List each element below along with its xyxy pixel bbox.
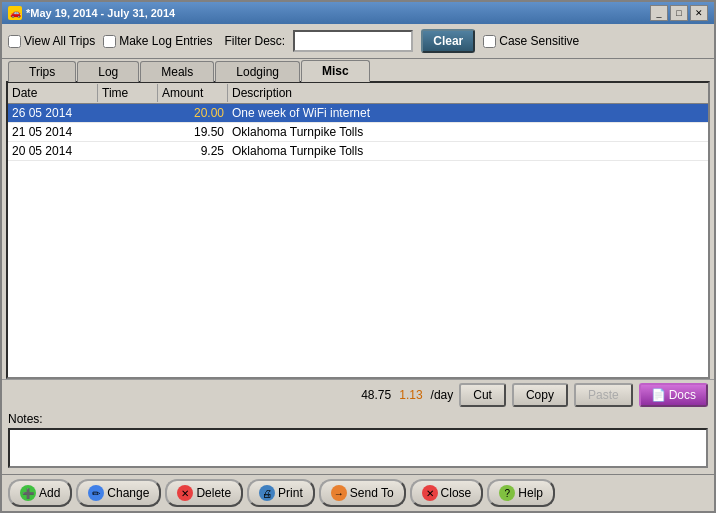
row-amount: 9.25 <box>158 142 228 160</box>
main-content: Date Time Amount Description 26 05 2014 … <box>6 81 710 379</box>
row-description: One week of WiFi internet <box>228 104 708 122</box>
change-label: Change <box>107 486 149 500</box>
table-row[interactable]: 20 05 2014 9.25 Oklahoma Turnpike Tolls <box>8 142 708 161</box>
footer-bar: 48.75 1.13 /day Cut Copy Paste 📄 Docs <box>2 379 714 410</box>
table-header: Date Time Amount Description <box>8 83 708 104</box>
row-description: Oklahoma Turnpike Tolls <box>228 123 708 141</box>
delete-icon: ✕ <box>177 485 193 501</box>
tab-meals[interactable]: Meals <box>140 61 214 82</box>
print-label: Print <box>278 486 303 500</box>
title-bar: 🚗 *May 19, 2014 - July 31, 2014 _ □ ✕ <box>2 2 714 24</box>
docs-button[interactable]: 📄 Docs <box>639 383 708 407</box>
row-description: Oklahoma Turnpike Tolls <box>228 142 708 160</box>
view-all-trips-checkbox-label[interactable]: View All Trips <box>8 34 95 48</box>
filter-desc-label: Filter Desc: <box>225 34 286 48</box>
view-all-trips-checkbox[interactable] <box>8 35 21 48</box>
table-row[interactable]: 26 05 2014 20.00 One week of WiFi intern… <box>8 104 708 123</box>
col-header-amount: Amount <box>158 84 228 102</box>
help-icon: ? <box>499 485 515 501</box>
add-icon: ➕ <box>20 485 36 501</box>
close-bottom-button[interactable]: ✕ Close <box>410 479 484 507</box>
filter-input[interactable] <box>293 30 413 52</box>
notes-section: Notes: <box>2 410 714 474</box>
sendto-icon: → <box>331 485 347 501</box>
col-header-date: Date <box>8 84 98 102</box>
main-window: 🚗 *May 19, 2014 - July 31, 2014 _ □ ✕ Vi… <box>0 0 716 513</box>
print-icon: 🖨 <box>259 485 275 501</box>
row-amount: 19.50 <box>158 123 228 141</box>
copy-button[interactable]: Copy <box>512 383 568 407</box>
tabs-container: Trips Log Meals Lodging Misc <box>2 59 714 81</box>
notes-textarea[interactable] <box>8 428 708 468</box>
row-time <box>98 123 158 141</box>
cut-button[interactable]: Cut <box>459 383 506 407</box>
tab-trips[interactable]: Trips <box>8 61 76 82</box>
maximize-button[interactable]: □ <box>670 5 688 21</box>
day-label: /day <box>431 388 454 402</box>
row-time <box>98 104 158 122</box>
close-icon: ✕ <box>422 485 438 501</box>
sendto-label: Send To <box>350 486 394 500</box>
sendto-button[interactable]: → Send To <box>319 479 406 507</box>
toolbar: View All Trips Make Log Entries Filter D… <box>2 24 714 59</box>
close-button[interactable]: ✕ <box>690 5 708 21</box>
paste-button[interactable]: Paste <box>574 383 633 407</box>
footer-total: 48.75 1.13 /day <box>361 388 453 402</box>
tab-misc[interactable]: Misc <box>301 60 370 82</box>
help-button[interactable]: ? Help <box>487 479 555 507</box>
add-button[interactable]: ➕ Add <box>8 479 72 507</box>
tab-log[interactable]: Log <box>77 61 139 82</box>
change-button[interactable]: ✏ Change <box>76 479 161 507</box>
docs-icon: 📄 <box>651 388 666 402</box>
change-icon: ✏ <box>88 485 104 501</box>
add-label: Add <box>39 486 60 500</box>
row-time <box>98 142 158 160</box>
make-log-entries-checkbox[interactable] <box>103 35 116 48</box>
window-title: *May 19, 2014 - July 31, 2014 <box>26 7 175 19</box>
case-sensitive-checkbox-label[interactable]: Case Sensitive <box>483 34 579 48</box>
total-amount: 48.75 <box>361 388 391 402</box>
title-bar-left: 🚗 *May 19, 2014 - July 31, 2014 <box>8 6 175 20</box>
col-header-time: Time <box>98 84 158 102</box>
make-log-entries-checkbox-label[interactable]: Make Log Entries <box>103 34 212 48</box>
row-date: 26 05 2014 <box>8 104 98 122</box>
daily-amount: 1.13 <box>399 388 422 402</box>
tab-lodging[interactable]: Lodging <box>215 61 300 82</box>
bottom-toolbar: ➕ Add ✏ Change ✕ Delete 🖨 Print → Send T… <box>2 474 714 511</box>
table-body: 26 05 2014 20.00 One week of WiFi intern… <box>8 104 708 377</box>
case-sensitive-checkbox[interactable] <box>483 35 496 48</box>
delete-label: Delete <box>196 486 231 500</box>
row-date: 20 05 2014 <box>8 142 98 160</box>
row-date: 21 05 2014 <box>8 123 98 141</box>
title-controls: _ □ ✕ <box>650 5 708 21</box>
case-sensitive-label: Case Sensitive <box>499 34 579 48</box>
table-row[interactable]: 21 05 2014 19.50 Oklahoma Turnpike Tolls <box>8 123 708 142</box>
make-log-entries-label: Make Log Entries <box>119 34 212 48</box>
row-amount: 20.00 <box>158 104 228 122</box>
app-icon: 🚗 <box>8 6 22 20</box>
notes-label: Notes: <box>8 412 708 426</box>
view-all-trips-label: View All Trips <box>24 34 95 48</box>
docs-label: Docs <box>669 388 696 402</box>
clear-button[interactable]: Clear <box>421 29 475 53</box>
help-label: Help <box>518 486 543 500</box>
close-label: Close <box>441 486 472 500</box>
print-button[interactable]: 🖨 Print <box>247 479 315 507</box>
col-header-description: Description <box>228 84 708 102</box>
minimize-button[interactable]: _ <box>650 5 668 21</box>
delete-button[interactable]: ✕ Delete <box>165 479 243 507</box>
